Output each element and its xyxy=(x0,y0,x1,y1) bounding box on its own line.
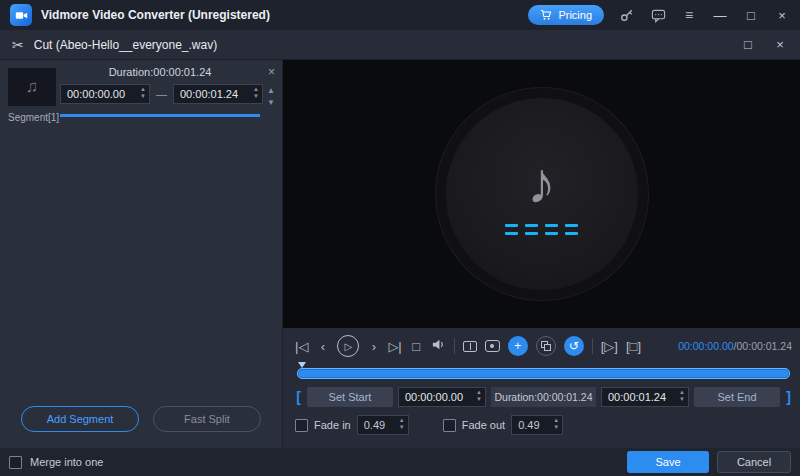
trim-start-spin-down[interactable]: ▼ xyxy=(474,396,484,403)
play-button[interactable]: ▷ xyxy=(337,335,359,357)
fade-out-spin-up[interactable]: ▲ xyxy=(551,417,561,424)
prev-frame-button[interactable]: ‹ xyxy=(316,339,329,354)
dialog-maximize-button[interactable]: □ xyxy=(740,37,756,52)
footer-bar: Merge into one Save Cancel xyxy=(0,448,800,476)
fast-split-button[interactable]: Fast Split xyxy=(153,406,261,432)
fade-in-label: Fade in xyxy=(314,419,351,431)
segment-end-input[interactable] xyxy=(173,84,263,104)
segment-remove-button[interactable]: × xyxy=(268,65,275,79)
eq-bar xyxy=(525,232,538,235)
app-logo-icon xyxy=(10,4,32,26)
trim-duration-label: Duration:00:00:01.24 xyxy=(491,387,596,407)
merge-into-one-checkbox[interactable] xyxy=(9,456,22,469)
copy-icon xyxy=(541,341,551,351)
time-display: 00:00:00.00/00:00:01.24 xyxy=(678,340,792,352)
timeline-slider[interactable] xyxy=(297,368,790,379)
trim-end-spin-down[interactable]: ▼ xyxy=(677,396,687,403)
volume-button[interactable] xyxy=(431,337,446,355)
controls-panel: |◁ ‹ ▷ › ▷| □ + ↺ [▷] [□] 00:00:00.00/00… xyxy=(283,328,800,448)
play-icon: ▷ xyxy=(345,341,353,352)
split-icon xyxy=(470,343,471,350)
segment-end-spin-down[interactable]: ▼ xyxy=(251,93,261,100)
set-start-button[interactable]: Set Start xyxy=(307,387,393,407)
playhead-marker[interactable] xyxy=(298,362,306,368)
titlebar: Vidmore Video Converter (Unregistered) P… xyxy=(0,0,800,30)
segment-panel: ♫ Duration:00:00:01.24 ▲ ▼ — ▲ ▼ × ▲ ▼ S… xyxy=(0,60,283,448)
transport-bar: |◁ ‹ ▷ › ▷| □ + ↺ [▷] [□] 00:00:00.00/00… xyxy=(295,333,792,359)
end-bracket-icon: ] xyxy=(785,389,792,405)
minimize-button[interactable]: — xyxy=(712,8,728,23)
separator xyxy=(592,338,593,354)
split-button[interactable] xyxy=(463,341,477,352)
snapshot-button[interactable] xyxy=(485,340,500,352)
audio-disc: ♪ xyxy=(446,98,638,290)
preview-area: ♪ xyxy=(283,60,800,328)
equalizer-bars xyxy=(505,224,578,235)
stop-button[interactable]: □ xyxy=(410,339,423,354)
fade-out-label: Fade out xyxy=(462,419,505,431)
current-time: 00:00:00.00 xyxy=(678,340,733,352)
trim-start-spin-up[interactable]: ▲ xyxy=(474,389,484,396)
eq-bar xyxy=(565,224,578,227)
timeline xyxy=(295,365,792,380)
trim-end-spin-up[interactable]: ▲ xyxy=(677,389,687,396)
next-frame-button[interactable]: › xyxy=(367,339,380,354)
add-segment-button[interactable]: Add Segment xyxy=(21,406,139,432)
plus-icon: + xyxy=(514,339,521,353)
segment-move-up-button[interactable]: ▲ xyxy=(267,86,275,95)
range-separator: — xyxy=(156,88,167,100)
maximize-button[interactable]: □ xyxy=(743,8,759,23)
eq-bar xyxy=(525,224,538,227)
app-title: Vidmore Video Converter (Unregistered) xyxy=(41,8,270,22)
eq-bar xyxy=(565,232,578,235)
segment-duration-label: Duration:00:00:01.24 xyxy=(60,66,260,78)
fade-in-spin-up[interactable]: ▲ xyxy=(397,417,407,424)
trim-end-input[interactable] xyxy=(601,387,689,407)
feedback-icon[interactable] xyxy=(650,8,666,23)
eq-bar xyxy=(545,232,558,235)
pricing-label: Pricing xyxy=(558,9,592,21)
cut-dialog-title: Cut (Abeo-Hello__everyone_.wav) xyxy=(34,38,217,52)
trim-row: [ Set Start ▲ ▼ Duration:00:00:01.24 ▲ ▼… xyxy=(295,387,792,407)
pricing-button[interactable]: Pricing xyxy=(528,5,604,25)
start-bracket-icon: [ xyxy=(295,389,302,405)
set-end-button[interactable]: Set End xyxy=(694,387,780,407)
fade-out-spin-down[interactable]: ▼ xyxy=(551,424,561,431)
save-button[interactable]: Save xyxy=(627,451,709,473)
cancel-button[interactable]: Cancel xyxy=(717,451,791,473)
undo-button[interactable]: ↺ xyxy=(564,336,584,356)
add-split-button[interactable]: + xyxy=(508,336,528,356)
separator xyxy=(454,338,455,354)
register-key-icon[interactable] xyxy=(619,8,635,22)
music-note-icon: ♫ xyxy=(26,77,39,97)
segment-index-label: Segment[1] xyxy=(8,112,59,123)
segment-thumbnail[interactable]: ♫ xyxy=(8,68,56,106)
fade-in-checkbox[interactable] xyxy=(295,419,308,432)
eq-bar xyxy=(505,224,518,227)
segment-end-spin-up[interactable]: ▲ xyxy=(251,86,261,93)
segment-start-input[interactable] xyxy=(60,84,150,104)
eq-bar xyxy=(545,224,558,227)
segment-progress-bar xyxy=(60,114,260,117)
menu-icon[interactable]: ≡ xyxy=(681,7,697,23)
scissors-icon: ✂ xyxy=(12,37,24,53)
jump-end-button[interactable]: ▷| xyxy=(388,339,401,354)
jump-start-button[interactable]: |◁ xyxy=(295,339,308,354)
segment-start-spin-up[interactable]: ▲ xyxy=(138,86,148,93)
dialog-close-button[interactable]: × xyxy=(772,37,788,52)
fade-out-checkbox[interactable] xyxy=(443,419,456,432)
segment-move-down-button[interactable]: ▼ xyxy=(267,98,275,107)
cut-dialog-header: ✂ Cut (Abeo-Hello__everyone_.wav) □ × xyxy=(0,30,800,60)
total-time: 00:00:01.24 xyxy=(737,340,792,352)
segment-start-spin-down[interactable]: ▼ xyxy=(138,93,148,100)
fade-in-spin-down[interactable]: ▼ xyxy=(397,424,407,431)
close-button[interactable]: × xyxy=(774,8,790,23)
copy-button[interactable] xyxy=(536,336,556,356)
fade-row: Fade in ▲ ▼ Fade out ▲ ▼ xyxy=(295,415,792,435)
cart-icon xyxy=(540,9,552,21)
frame-view-button[interactable]: [□] xyxy=(626,339,641,354)
play-segment-button[interactable]: [▷] xyxy=(601,339,618,354)
music-note-icon: ♪ xyxy=(527,154,556,212)
eq-bar xyxy=(505,232,518,235)
trim-start-input[interactable] xyxy=(398,387,486,407)
